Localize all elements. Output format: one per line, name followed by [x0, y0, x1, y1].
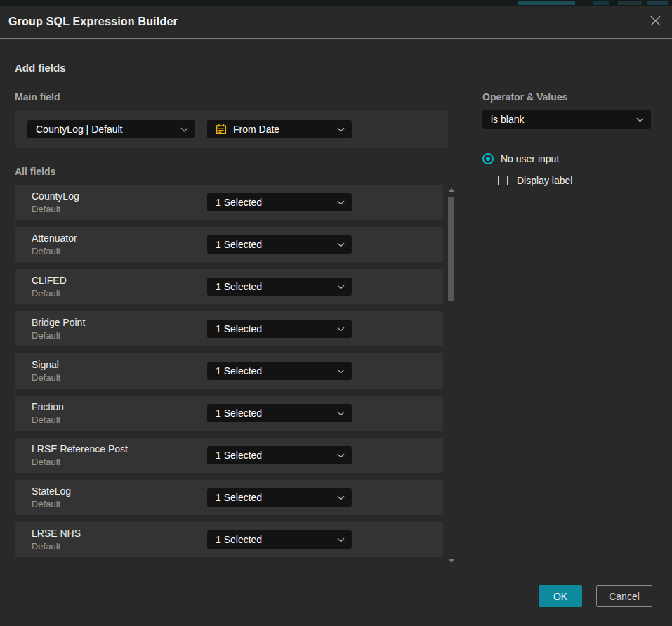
field-selection-value: 1 Selected [216, 492, 262, 503]
ok-button[interactable]: OK [539, 585, 582, 607]
field-type: Default [32, 457, 60, 467]
field-selection-select[interactable]: 1 Selected [207, 235, 352, 254]
chevron-down-icon [338, 282, 345, 289]
field-selection-select[interactable]: 1 Selected [207, 404, 352, 422]
field-selection-select[interactable]: 1 Selected [207, 362, 352, 380]
close-button[interactable] [645, 12, 665, 32]
field-selection-value: 1 Selected [216, 450, 262, 461]
background-fragment [618, 1, 642, 5]
field-list-scrollbar[interactable] [447, 185, 456, 564]
field-name: Friction [32, 401, 64, 412]
field-selection-value: 1 Selected [216, 534, 262, 545]
chevron-down-icon [338, 451, 345, 458]
chevron-down-icon [637, 115, 644, 122]
scrollbar-thumb[interactable] [448, 197, 454, 301]
chevron-down-icon [338, 325, 345, 332]
chevron-down-icon [338, 367, 345, 374]
field-type: Default [32, 246, 60, 256]
group-sql-expression-builder-dialog: Group SQL Expression Builder Add fields … [0, 6, 672, 626]
no-user-input-radio-row[interactable]: No user input [482, 153, 559, 164]
field-type: Default [32, 499, 60, 509]
radio-selected-icon[interactable] [482, 153, 494, 164]
main-source-select-value: CountyLog | Default [36, 124, 123, 135]
main-source-select[interactable]: CountyLog | Default [27, 120, 195, 138]
chevron-down-icon [338, 493, 345, 500]
field-type: Default [32, 372, 60, 383]
field-row: CLIFED Default 1 Selected [15, 269, 443, 304]
panel-divider [466, 88, 466, 562]
add-fields-heading: Add fields [15, 62, 66, 74]
scroll-up-icon[interactable] [449, 188, 454, 192]
calendar-icon [216, 124, 227, 135]
field-name: Signal [32, 359, 59, 370]
field-selection-select[interactable]: 1 Selected [207, 193, 352, 211]
field-row: Friction Default 1 Selected [15, 396, 443, 431]
scroll-down-icon[interactable] [449, 559, 454, 563]
radio-dot [486, 157, 490, 161]
field-name: StateLog [32, 485, 71, 497]
dialog-titlebar: Group SQL Expression Builder [0, 6, 672, 39]
background-fragment [647, 1, 668, 5]
chevron-down-icon [181, 125, 188, 132]
background-fragment [593, 1, 609, 5]
field-row: LRSE Reference Post Default 1 Selected [15, 438, 443, 473]
field-selection-value: 1 Selected [216, 239, 262, 250]
no-user-input-label[interactable]: No user input [501, 153, 559, 164]
operator-select[interactable]: is blank [482, 110, 651, 129]
field-row: Bridge Point Default 1 Selected [15, 311, 443, 346]
main-field-label: Main field [15, 91, 60, 103]
cancel-button[interactable]: Cancel [596, 585, 652, 607]
field-selection-value: 1 Selected [216, 281, 262, 292]
field-type: Default [32, 204, 60, 214]
operator-values-heading: Operator & Values [482, 91, 567, 103]
field-selection-select[interactable]: 1 Selected [207, 278, 352, 296]
display-label-checkbox-row[interactable]: Display label [498, 175, 572, 186]
close-icon [650, 15, 661, 30]
chevron-down-icon [338, 409, 345, 416]
field-name: LRSE NHS [32, 528, 81, 539]
field-type: Default [32, 415, 60, 425]
field-name: Attenuator [32, 233, 77, 244]
main-date-field-select[interactable]: From Date [207, 120, 352, 138]
field-selection-value: 1 Selected [216, 407, 262, 419]
background-fragment [518, 1, 575, 5]
chevron-down-icon [338, 125, 345, 132]
operator-select-value: is blank [491, 114, 524, 125]
field-selection-select[interactable]: 1 Selected [207, 320, 352, 338]
field-row: LRSE NHS Default 1 Selected [15, 522, 443, 557]
chevron-down-icon [338, 240, 345, 247]
field-name: Bridge Point [32, 317, 85, 328]
main-field-panel: CountyLog | Default From Date [15, 111, 448, 148]
dialog-title: Group SQL Expression Builder [0, 15, 178, 28]
field-selection-select[interactable]: 1 Selected [207, 446, 352, 464]
field-selection-value: 1 Selected [216, 365, 262, 377]
field-name: LRSE Reference Post [32, 443, 128, 455]
main-date-field-select-value: From Date [233, 124, 279, 135]
field-row: Attenuator Default 1 Selected [15, 227, 443, 262]
field-row: StateLog Default 1 Selected [15, 480, 443, 515]
checkbox-unchecked-icon[interactable] [498, 176, 508, 185]
field-row: Signal Default 1 Selected [15, 353, 443, 389]
field-type: Default [32, 288, 60, 299]
field-name: CountyLog [32, 190, 79, 202]
chevron-down-icon [338, 535, 345, 542]
background-app-sliver [0, 0, 672, 6]
field-name: CLIFED [32, 275, 67, 286]
all-fields-label: All fields [15, 166, 55, 177]
display-label-label[interactable]: Display label [517, 175, 572, 186]
field-selection-value: 1 Selected [216, 323, 262, 334]
field-selection-select[interactable]: 1 Selected [207, 530, 352, 549]
field-selection-select[interactable]: 1 Selected [207, 488, 352, 507]
field-type: Default [32, 330, 60, 341]
field-row: CountyLog Default 1 Selected [15, 185, 443, 220]
field-type: Default [32, 541, 60, 552]
chevron-down-icon [338, 198, 345, 205]
field-selection-value: 1 Selected [216, 197, 262, 208]
